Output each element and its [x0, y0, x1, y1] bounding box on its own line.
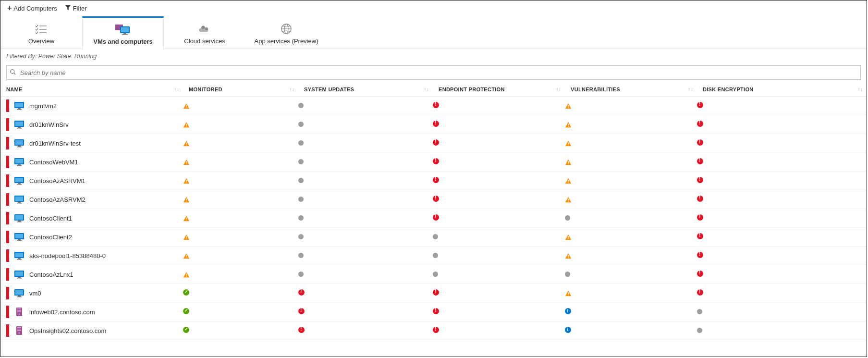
svg-rect-75 — [568, 236, 568, 238]
svg-rect-92 — [15, 290, 23, 295]
error-icon — [697, 271, 703, 277]
svg-rect-34 — [17, 147, 22, 148]
svg-rect-70 — [15, 234, 23, 238]
healthy-icon — [183, 327, 189, 333]
svg-rect-105 — [17, 330, 21, 331]
table-row[interactable]: ContosoWebVM1 — [0, 153, 867, 172]
svg-rect-86 — [15, 272, 23, 276]
col-monitored[interactable]: MONITORED↑↓ — [183, 83, 298, 97]
warning-icon — [183, 103, 190, 110]
svg-point-8 — [202, 26, 205, 29]
svg-rect-83 — [568, 255, 568, 257]
svg-rect-32 — [15, 140, 23, 145]
svg-point-13 — [11, 69, 14, 73]
severity-indicator — [6, 137, 9, 149]
table-row[interactable]: ContosoClient1 — [0, 209, 867, 228]
svg-rect-20 — [186, 107, 186, 108]
error-icon — [697, 102, 703, 108]
error-icon — [697, 289, 703, 296]
tab-overview[interactable]: Overview — [0, 16, 82, 49]
resource-name: infoweb02.contoso.com — [29, 309, 95, 316]
unknown-icon — [565, 272, 570, 277]
plus-icon: + — [7, 5, 12, 11]
unknown-icon — [298, 272, 304, 277]
svg-rect-88 — [17, 278, 22, 279]
col-vuln[interactable]: VULNERABILITIES↑↓ — [565, 83, 697, 97]
col-updates[interactable]: SYSTEM UPDATES↑↓ — [298, 83, 433, 97]
error-icon — [433, 158, 439, 164]
svg-rect-66 — [17, 222, 22, 222]
tab-label: App services (Preview) — [245, 37, 327, 45]
svg-rect-5 — [121, 27, 129, 32]
warning-icon — [183, 253, 190, 259]
sort-icon: ↑↓ — [857, 86, 863, 92]
error-icon — [697, 233, 703, 239]
unknown-icon — [298, 140, 304, 146]
svg-rect-28 — [186, 126, 186, 126]
table-row[interactable]: vm0 — [0, 284, 867, 303]
svg-rect-90 — [186, 276, 186, 276]
tab-vms[interactable]: VMs and computers — [82, 16, 164, 49]
tab-label: Cloud services — [164, 37, 245, 45]
search-box[interactable] — [6, 65, 861, 80]
filter-icon — [65, 4, 71, 12]
col-name[interactable]: NAME↑↓ — [0, 83, 183, 97]
svg-rect-87 — [18, 277, 21, 278]
severity-indicator — [6, 156, 9, 168]
filter-button[interactable]: Filter — [61, 2, 91, 14]
svg-rect-50 — [17, 184, 22, 185]
table-row[interactable]: aks-nodepool1-85388480-0 — [0, 247, 867, 265]
severity-indicator — [6, 118, 9, 131]
svg-rect-98 — [17, 309, 21, 309]
globe-icon — [245, 22, 327, 36]
add-computers-button[interactable]: + Add Computers — [3, 3, 61, 14]
table-row[interactable]: ContosoAzASRVM2 — [0, 190, 867, 209]
svg-rect-81 — [186, 255, 186, 257]
error-icon — [433, 102, 439, 108]
table-row[interactable]: ContosoClient2 — [0, 228, 867, 247]
error-icon — [433, 139, 439, 146]
svg-rect-27 — [186, 123, 186, 125]
svg-rect-76 — [568, 238, 568, 239]
tab-cloud[interactable]: Cloud services — [164, 16, 245, 49]
info-icon — [565, 327, 571, 333]
table-row[interactable]: ContosoAzASRVM1 — [0, 172, 867, 190]
warning-icon — [183, 234, 190, 241]
table-row[interactable]: OpsInsights02.contoso.com — [0, 321, 867, 340]
table-row[interactable]: ContosoAzLnx1 — [0, 265, 867, 284]
col-endpoint[interactable]: ENDPOINT PROTECTION↑↓ — [433, 83, 565, 97]
table-row[interactable]: mgmtvm2 — [0, 97, 867, 115]
severity-indicator — [6, 287, 9, 299]
svg-rect-38 — [568, 145, 568, 145]
svg-rect-29 — [568, 123, 568, 125]
col-disk[interactable]: DISK ENCRYPTION↑↓ — [697, 83, 867, 97]
svg-rect-18 — [17, 109, 22, 110]
tab-app[interactable]: App services (Preview) — [245, 16, 327, 49]
unknown-icon — [565, 215, 570, 221]
table-row[interactable]: dr01knWinSrv — [0, 115, 867, 134]
svg-rect-64 — [15, 215, 23, 220]
error-icon — [433, 289, 439, 296]
svg-rect-41 — [18, 164, 21, 165]
vm-icon — [14, 195, 24, 204]
svg-rect-52 — [186, 182, 186, 183]
warning-icon — [183, 215, 190, 222]
svg-rect-58 — [17, 203, 22, 204]
svg-rect-96 — [568, 295, 568, 295]
add-computers-label: Add Computers — [13, 5, 57, 12]
svg-rect-33 — [18, 146, 21, 147]
filter-summary: Filtered By: Power State: Running — [0, 49, 867, 65]
error-icon — [433, 196, 439, 202]
vm-icon — [14, 214, 24, 222]
resource-name: ContosoClient2 — [29, 234, 72, 241]
resource-name: mgmtvm2 — [29, 102, 57, 110]
table-row[interactable]: dr01knWinSrv-test — [0, 134, 867, 153]
tab-label: Overview — [0, 37, 82, 45]
unknown-icon — [697, 328, 702, 333]
svg-rect-79 — [18, 258, 21, 259]
table-row[interactable]: infoweb02.contoso.com — [0, 303, 867, 321]
table-header-row: NAME↑↓ MONITORED↑↓ SYSTEM UPDATES↑↓ ENDP… — [0, 83, 867, 97]
search-input[interactable] — [19, 69, 857, 77]
warning-icon — [565, 253, 572, 259]
vm-icon — [14, 176, 24, 185]
